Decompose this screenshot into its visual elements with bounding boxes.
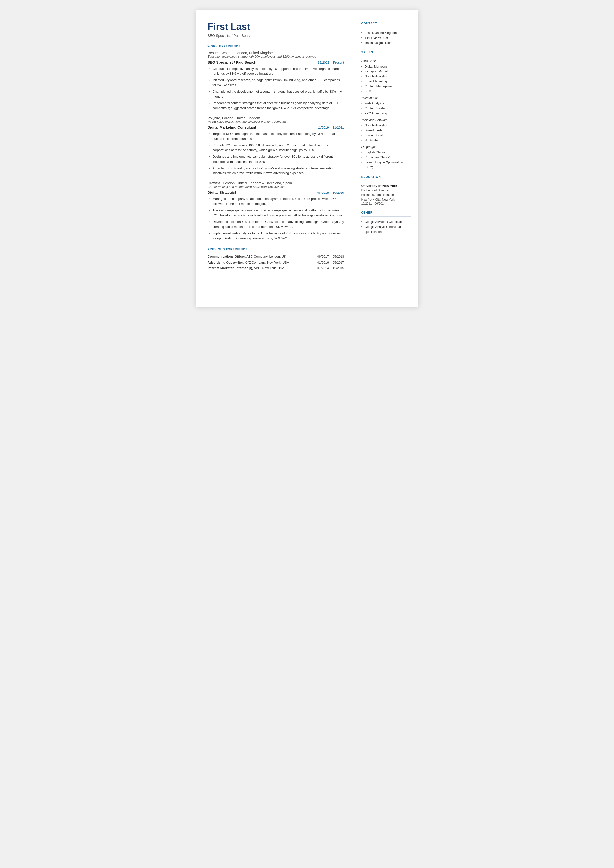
job-dates-3: 06/2018 – 10/2019 xyxy=(317,191,344,194)
other-item: Google AdWords Certification xyxy=(361,219,411,224)
job-role-3: Digital Strategist xyxy=(208,191,236,194)
employer-growthsi: Growthsi, London, United Kingdom & Barce… xyxy=(208,181,344,241)
skills-header: SKILLS xyxy=(361,51,411,54)
tools-list: Google Analytics LinkedIn Ads Sprout Soc… xyxy=(361,123,411,143)
language-item: Search Engine Optimization (SEO) xyxy=(361,160,411,170)
previous-experience-table: Communications Officer, ABC Company, Lon… xyxy=(208,254,344,271)
tools-label: Tools and Software: xyxy=(361,118,411,122)
contact-email: first.last@gmail.com xyxy=(361,40,411,45)
prev-exp-dates-1: 06/2017 – 05/2018 xyxy=(317,254,344,259)
contact-phone: +44 1234567890 xyxy=(361,36,411,40)
bullet-item: Managed the company's Facebook, Instagra… xyxy=(209,196,344,207)
tool-item: Hootsuite xyxy=(361,138,411,143)
prev-exp-title-3: Internet Marketer (Internship), ABC, New… xyxy=(208,266,315,271)
bullet-item: Targeted SEO campaigns that increased mo… xyxy=(209,131,344,141)
job-bullets-2: Targeted SEO campaigns that increased mo… xyxy=(209,131,344,175)
candidate-name: First Last xyxy=(208,22,344,32)
skills-section: SKILLS Hard SKills: Digital Marketing In… xyxy=(361,51,411,170)
bullet-item: Designed and implemented campaign strate… xyxy=(209,154,344,164)
technique-item: PPC Advertising xyxy=(361,111,411,116)
contact-divider xyxy=(361,27,411,28)
job-dates-1: 12/2021 – Present xyxy=(318,61,344,64)
other-header: OTHER xyxy=(361,211,411,214)
bullet-item: Initiated keyword research, on-page opti… xyxy=(209,78,344,88)
prev-exp-title-2: Advertising Copywriter, XYZ Company, New… xyxy=(208,260,315,265)
tool-item: Sprout Social xyxy=(361,133,411,138)
employer-name-1: Resume Worded, London, United Kingdom xyxy=(208,51,344,55)
edu-institution-1: University of New York xyxy=(361,184,411,188)
techniques-list: Web Analytics Content Strategy PPC Adver… xyxy=(361,101,411,116)
prev-exp-dates-2: 01/2016 – 05/2017 xyxy=(317,260,344,265)
job-bullets-1: Conducted competitive analysis to identi… xyxy=(209,66,344,110)
bullet-item: Attracted 1450+weekly visitors to Polyhi… xyxy=(209,166,344,175)
employer-name-2: Polyhire, London, United Kingdom xyxy=(208,116,344,120)
other-item: Google Analytics Individual Qualificatio… xyxy=(361,224,411,234)
skill-item: Content Management xyxy=(361,84,411,89)
employer-tagline-2: NYSE-listed recruitment and employer bra… xyxy=(208,120,344,123)
edu-degree-1: Bachelor of Science Business Administrat… xyxy=(361,188,411,197)
skill-item: Digital Marketing xyxy=(361,64,411,69)
skill-item: Google Analytics xyxy=(361,74,411,79)
employer-tagline-3: Career training and membership SaaS with… xyxy=(208,185,344,189)
education-section: EDUCATION University of New York Bachelo… xyxy=(361,175,411,205)
employer-name-3: Growthsi, London, United Kingdom & Barce… xyxy=(208,181,344,185)
other-list: Google AdWords Certification Google Anal… xyxy=(361,219,411,234)
contact-header: CONTACT xyxy=(361,22,411,25)
work-experience-header: WORK EXPERIENCE xyxy=(208,45,344,48)
previous-experience-header: PREVIOUS EXPERIENCE xyxy=(208,248,344,251)
prev-exp-dates-3: 07/2014 – 12/2015 xyxy=(317,266,344,271)
prev-exp-row: Internet Marketer (Internship), ABC, New… xyxy=(208,266,344,271)
hard-skills-list: Digital Marketing Instagram Growth Googl… xyxy=(361,64,411,94)
skill-item: SEM xyxy=(361,89,411,94)
employer-tagline-1: Education technology startup with 50+ em… xyxy=(208,55,344,58)
prev-exp-title-1: Communications Officer, ABC Company, Lon… xyxy=(208,254,315,259)
resume-container: First Last SEO Specialist / Paid Search … xyxy=(196,10,419,307)
main-column: First Last SEO Specialist / Paid Search … xyxy=(196,10,354,307)
employer-polyhire: Polyhire, London, United Kingdom NYSE-li… xyxy=(208,116,344,175)
skill-item: Instagram Growth xyxy=(361,69,411,74)
education-item-1: University of New York Bachelor of Scien… xyxy=(361,184,411,205)
job-dates-2: 11/2019 – 11/2021 xyxy=(317,126,344,129)
job-role-2: Digital Marketing Consultant xyxy=(208,126,256,129)
bullet-item: Researched content strategies that align… xyxy=(209,101,344,110)
hard-skills-label: Hard SKills: xyxy=(361,59,411,63)
skill-item: Email Marketing xyxy=(361,79,411,84)
job-role-line-2: Digital Marketing Consultant 11/2019 – 1… xyxy=(208,126,344,129)
job-role-line-1: SEO Specialist / Paid Search 12/2021 – P… xyxy=(208,61,344,64)
other-section: OTHER Google AdWords Certification Googl… xyxy=(361,211,411,234)
candidate-title: SEO Specialist / Paid Search xyxy=(208,34,344,37)
languages-label: Languages: xyxy=(361,145,411,149)
language-item: Romanian (Native) xyxy=(361,155,411,160)
tool-item: Google Analytics xyxy=(361,123,411,128)
prev-exp-row: Communications Officer, ABC Company, Lon… xyxy=(208,254,344,259)
job-role-1: SEO Specialist / Paid Search xyxy=(208,61,256,64)
tool-item: LinkedIn Ads xyxy=(361,128,411,133)
bullet-item: Implemented web analytics to track the b… xyxy=(209,231,344,241)
contact-list: Essex, United Kingdom +44 1234567890 fir… xyxy=(361,30,411,45)
bullet-item: Tracked campaign performance for video c… xyxy=(209,208,344,218)
bullet-item: Promoted 21+ webinars, 100 PDF downloads… xyxy=(209,143,344,153)
bullet-item: Conducted competitive analysis to identi… xyxy=(209,66,344,76)
languages-list: English (Native) Romanian (Native) Searc… xyxy=(361,150,411,170)
bullet-item: Developed a skit on YouTube for the Grow… xyxy=(209,219,344,229)
contact-location: Essex, United Kingdom xyxy=(361,30,411,36)
prev-exp-row: Advertising Copywriter, XYZ Company, New… xyxy=(208,260,344,265)
techniques-label: Techniques: xyxy=(361,96,411,100)
employer-resume-worded: Resume Worded, London, United Kingdom Ed… xyxy=(208,51,344,110)
language-item: English (Native) xyxy=(361,150,411,155)
job-role-line-3: Digital Strategist 06/2018 – 10/2019 xyxy=(208,191,344,194)
bullet-item: Championed the development of a content … xyxy=(209,89,344,99)
technique-item: Content Strategy xyxy=(361,106,411,111)
edu-location-1: New York City, New York xyxy=(361,197,411,202)
education-header: EDUCATION xyxy=(361,175,411,179)
sidebar: CONTACT Essex, United Kingdom +44 123456… xyxy=(354,10,419,307)
edu-dates-1: 10/2011 - 06/2014 xyxy=(361,202,411,205)
job-bullets-3: Managed the company's Facebook, Instagra… xyxy=(209,196,344,241)
contact-section: CONTACT Essex, United Kingdom +44 123456… xyxy=(361,22,411,45)
technique-item: Web Analytics xyxy=(361,101,411,106)
